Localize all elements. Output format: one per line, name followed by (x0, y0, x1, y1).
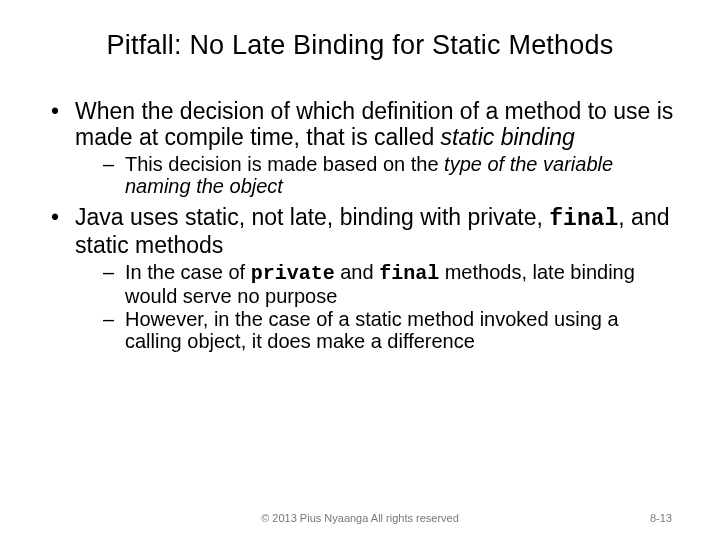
bullet-1-sub-1: This decision is made based on the type … (103, 153, 675, 198)
bullet-list: When the decision of which definition of… (45, 99, 675, 352)
bullet-2: Java uses static, not late, binding with… (45, 205, 675, 352)
bullet-2-sub-1-code2: final (379, 262, 439, 285)
copyright-text: © 2013 Pius Nyaanga All rights reserved (261, 512, 459, 524)
bullet-2-sub-2: However, in the case of a static method … (103, 308, 675, 353)
slide: Pitfall: No Late Binding for Static Meth… (0, 0, 720, 540)
bullet-1-sublist: This decision is made based on the type … (75, 153, 675, 198)
bullet-1-em: static binding (441, 124, 575, 150)
bullet-2-sublist: In the case of private and final methods… (75, 261, 675, 353)
bullet-2-sub-1-pre: In the case of (125, 261, 251, 283)
bullet-2-sub-1-mid: and (335, 261, 379, 283)
bullet-1: When the decision of which definition of… (45, 99, 675, 197)
slide-title: Pitfall: No Late Binding for Static Meth… (45, 30, 675, 61)
bullet-1-text: When the decision of which definition of… (75, 98, 673, 150)
page-number: 8-13 (650, 512, 672, 524)
bullet-2-sub-1: In the case of private and final methods… (103, 261, 675, 308)
bullet-2-sub-1-code1: private (251, 262, 335, 285)
bullet-2-code: final (549, 206, 618, 232)
bullet-1-sub-1-text: This decision is made based on the (125, 153, 444, 175)
bullet-2-pre: Java uses static, not late, binding with… (75, 204, 549, 230)
